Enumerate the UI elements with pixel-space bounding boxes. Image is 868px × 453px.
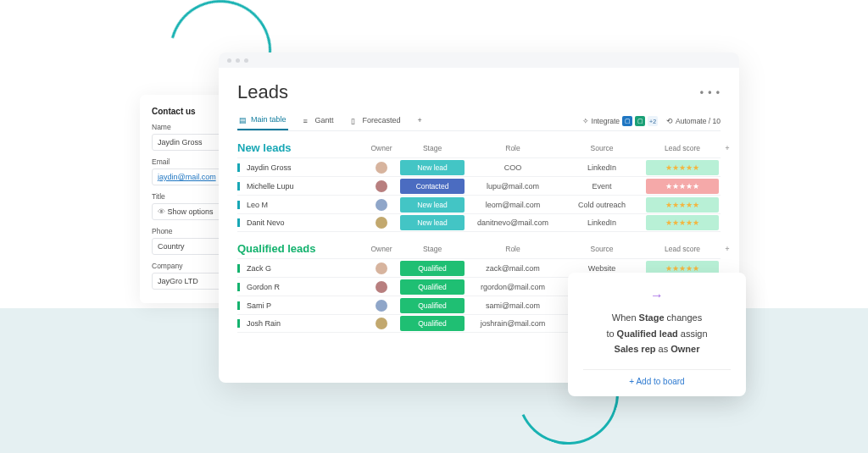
- stage-cell[interactable]: Qualified: [400, 261, 465, 276]
- integration-badge-icon: ▢: [622, 116, 632, 126]
- stage-cell[interactable]: Qualified: [400, 279, 465, 295]
- section-title[interactable]: Qualified leads: [237, 242, 364, 255]
- col-owner: Owner: [364, 245, 398, 253]
- stage-cell[interactable]: Contacted: [400, 179, 465, 194]
- col-source: Source: [559, 144, 644, 152]
- integration-badge-icon: ▢: [635, 116, 645, 126]
- automate-label: Automate / 10: [676, 117, 721, 125]
- chart-icon: ▯: [351, 117, 359, 124]
- add-column-button[interactable]: +: [721, 245, 734, 253]
- gantt-icon: ≡: [303, 117, 312, 124]
- tab-gantt-label: Gantt: [315, 116, 334, 124]
- automation-card: → When Stage changes to Qualified lead a…: [568, 273, 746, 396]
- owner-cell[interactable]: [364, 162, 398, 174]
- stage-cell[interactable]: Qualified: [400, 298, 465, 313]
- tab-main-table[interactable]: ▤ Main table: [237, 112, 288, 130]
- role-cell[interactable]: leom@mail.com: [466, 201, 559, 209]
- table-row[interactable]: Michelle LupuContactedlupu@mail.comEvent…: [237, 176, 721, 195]
- table-row[interactable]: Leo MNew leadleom@mail.comCold outreach★…: [237, 195, 721, 213]
- lead-name-cell[interactable]: Gordon R: [237, 283, 364, 291]
- lead-name-cell[interactable]: Danit Nevo: [237, 218, 364, 227]
- role-cell[interactable]: COO: [466, 163, 559, 172]
- stage-cell[interactable]: New lead: [400, 160, 465, 175]
- role-cell[interactable]: zack@mail.com: [466, 264, 559, 273]
- source-cell[interactable]: Cold outreach: [559, 201, 644, 209]
- page-title: Leads: [237, 81, 288, 103]
- lead-score-cell[interactable]: ★★★★★: [646, 179, 719, 194]
- table-row[interactable]: Danit NevoNew leaddanitnevo@mail.comLink…: [237, 213, 721, 232]
- tab-forecasted-label: Forecasted: [363, 116, 401, 124]
- lead-name-cell[interactable]: Jaydin Gross: [237, 163, 364, 172]
- role-cell[interactable]: rgordon@mail.com: [466, 283, 559, 291]
- owner-cell[interactable]: [364, 300, 398, 312]
- lead-score-cell[interactable]: ★★★★★: [646, 160, 719, 175]
- stage-cell[interactable]: New lead: [400, 215, 465, 230]
- col-stage: Stage: [398, 245, 466, 253]
- section-title[interactable]: New leads: [237, 141, 364, 154]
- source-cell[interactable]: Event: [559, 182, 644, 191]
- col-score: Lead score: [644, 144, 721, 152]
- avatar: [376, 180, 387, 192]
- source-cell[interactable]: LinkedIn: [559, 163, 644, 172]
- avatar: [376, 262, 387, 274]
- robot-icon: ⟲: [666, 117, 673, 125]
- avatar: [376, 199, 387, 211]
- table-icon: ▤: [239, 116, 248, 124]
- lead-name-cell[interactable]: Zack G: [237, 264, 364, 273]
- owner-cell[interactable]: [364, 318, 398, 329]
- add-view-button[interactable]: +: [416, 113, 424, 130]
- avatar: [376, 300, 387, 312]
- avatar: [376, 162, 387, 174]
- view-tabs: ▤ Main table ≡ Gantt ▯ Forecasted + ✧ In…: [237, 112, 721, 131]
- integration-count-badge: +2: [648, 116, 658, 126]
- col-role: Role: [466, 144, 559, 152]
- tab-forecasted[interactable]: ▯ Forecasted: [349, 113, 403, 130]
- col-source: Source: [559, 245, 644, 253]
- lead-score-cell[interactable]: ★★★★★: [646, 197, 719, 213]
- phone-country-value: Country: [158, 242, 185, 251]
- lead-name-cell[interactable]: Josh Rain: [237, 319, 364, 328]
- lead-name-cell[interactable]: Leo M: [237, 201, 364, 209]
- automate-button[interactable]: ⟲ Automate / 10: [666, 117, 721, 125]
- automation-recipe-text: When Stage changes to Qualified lead ass…: [583, 310, 731, 357]
- tab-gantt[interactable]: ≡ Gantt: [302, 113, 336, 130]
- role-cell[interactable]: danitnevo@mail.com: [466, 218, 559, 227]
- window-dot: [244, 58, 248, 63]
- lead-score-cell[interactable]: ★★★★★: [646, 215, 719, 230]
- col-owner: Owner: [364, 144, 398, 152]
- avatar: [376, 281, 387, 293]
- more-menu-button[interactable]: • • •: [700, 86, 721, 98]
- add-column-button[interactable]: +: [721, 144, 734, 152]
- stage-cell[interactable]: Qualified: [400, 316, 465, 331]
- avatar: [376, 318, 387, 329]
- table-row[interactable]: Jaydin GrossNew leadCOOLinkedIn★★★★★: [237, 157, 721, 176]
- tab-main-table-label: Main table: [251, 115, 287, 124]
- window-dot: [227, 58, 231, 63]
- source-cell[interactable]: LinkedIn: [559, 218, 644, 227]
- avatar: [376, 217, 387, 229]
- stage-cell[interactable]: New lead: [400, 197, 465, 213]
- role-cell[interactable]: lupu@mail.com: [466, 182, 559, 191]
- integrate-button[interactable]: ✧ Integrate ▢ ▢ +2: [582, 116, 659, 126]
- leads-section: New leadsOwnerStageRoleSourceLead score+…: [237, 141, 721, 232]
- role-cell[interactable]: sami@mail.com: [466, 301, 559, 310]
- window-dot: [236, 58, 240, 63]
- col-role: Role: [466, 245, 559, 253]
- arrow-right-icon: →: [583, 288, 731, 303]
- lead-name-cell[interactable]: Michelle Lupu: [237, 182, 364, 191]
- col-score: Lead score: [644, 245, 721, 253]
- source-cell[interactable]: Website: [559, 264, 644, 273]
- owner-cell[interactable]: [364, 281, 398, 293]
- col-stage: Stage: [398, 144, 466, 152]
- owner-cell[interactable]: [364, 217, 398, 229]
- role-cell[interactable]: joshrain@mail.com: [466, 319, 559, 328]
- owner-cell[interactable]: [364, 180, 398, 192]
- integrate-label: Integrate: [592, 117, 620, 125]
- owner-cell[interactable]: [364, 262, 398, 274]
- lead-name-cell[interactable]: Sami P: [237, 301, 364, 310]
- integrate-icon: ✧: [582, 117, 589, 125]
- owner-cell[interactable]: [364, 199, 398, 211]
- add-to-board-button[interactable]: + Add to board: [583, 369, 731, 386]
- window-chrome: [219, 52, 739, 68]
